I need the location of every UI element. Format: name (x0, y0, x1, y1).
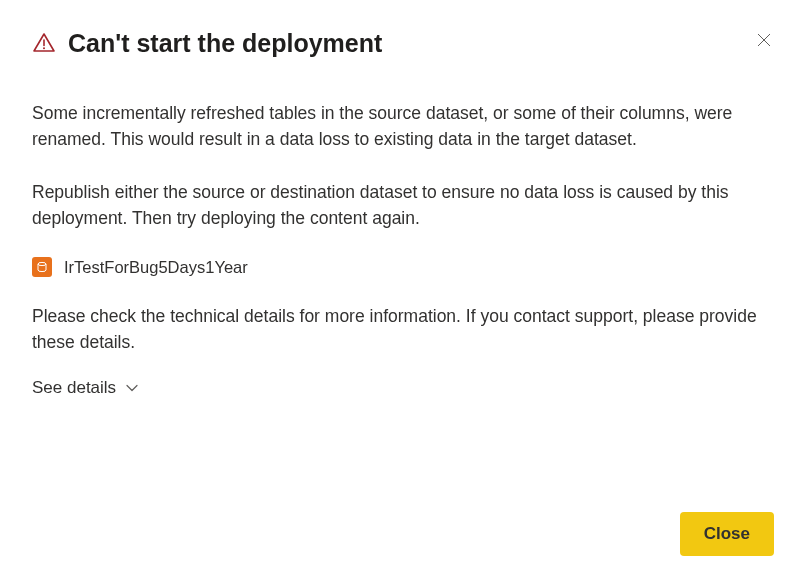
warning-icon (32, 31, 56, 55)
close-icon (757, 33, 771, 51)
close-button[interactable]: Close (680, 512, 774, 556)
see-details-toggle[interactable]: See details (32, 378, 138, 398)
dialog-title: Can't start the deployment (68, 28, 382, 58)
close-icon-button[interactable] (752, 30, 776, 54)
dataset-item: IrTestForBug5Days1Year (32, 257, 774, 277)
svg-point-1 (43, 47, 45, 49)
dialog-header: Can't start the deployment (32, 28, 774, 58)
svg-point-4 (38, 262, 46, 265)
dialog-paragraph-2: Republish either the source or destinati… (32, 179, 774, 232)
see-details-label: See details (32, 378, 116, 398)
dialog-paragraph-1: Some incrementally refreshed tables in t… (32, 100, 774, 153)
error-dialog: Can't start the deployment Some incremen… (0, 0, 806, 580)
dialog-footer: Close (680, 512, 774, 556)
dataset-name-label: IrTestForBug5Days1Year (64, 258, 248, 277)
dialog-paragraph-3: Please check the technical details for m… (32, 303, 774, 356)
chevron-down-icon (126, 384, 138, 392)
dataset-icon (32, 257, 52, 277)
